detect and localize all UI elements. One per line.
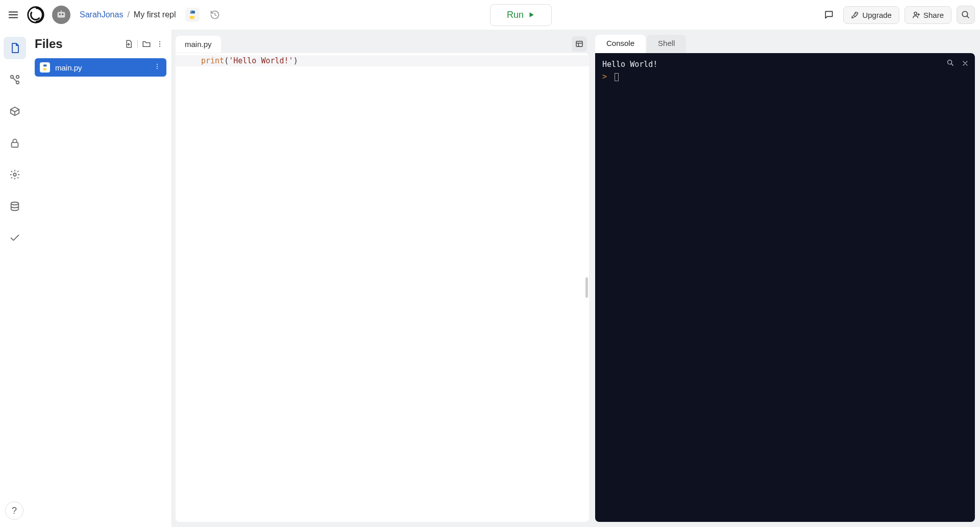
svg-point-17 <box>159 43 160 44</box>
user-plus-icon <box>912 11 920 19</box>
scroll-handle[interactable] <box>585 277 588 298</box>
svg-point-14 <box>13 173 16 176</box>
sidebar-files-icon[interactable] <box>4 37 26 59</box>
header-right: Upgrade Share <box>820 6 975 24</box>
svg-point-15 <box>11 202 19 205</box>
sidebar-check-icon[interactable] <box>4 227 26 249</box>
run-button[interactable]: Run <box>490 4 552 26</box>
console-pane: Console Shell Hello World! > <box>592 30 980 527</box>
help-button[interactable]: ? <box>5 501 23 520</box>
editor-tab-main-py[interactable]: main.py <box>176 36 221 53</box>
divider <box>137 40 138 48</box>
console-tab-bar: Console Shell <box>595 35 975 53</box>
help-label: ? <box>12 506 17 516</box>
share-button[interactable]: Share <box>904 6 951 24</box>
file-item-more-icon[interactable] <box>153 62 161 73</box>
svg-point-7 <box>855 13 856 14</box>
svg-point-5 <box>190 11 191 12</box>
svg-point-21 <box>157 68 158 69</box>
files-panel: Files main.py <box>30 30 173 527</box>
console-actions <box>946 58 969 70</box>
header-center: Run <box>226 4 816 26</box>
breadcrumb-user[interactable]: SarahJonas <box>80 10 123 19</box>
console-clear-icon[interactable] <box>962 58 969 70</box>
tool-sidebar: ? <box>0 30 30 527</box>
new-file-icon[interactable] <box>122 37 135 51</box>
share-label: Share <box>923 11 944 19</box>
svg-point-3 <box>62 13 64 15</box>
svg-point-2 <box>59 13 61 15</box>
svg-point-19 <box>157 64 158 65</box>
console-cursor <box>615 73 619 81</box>
svg-point-18 <box>159 45 160 46</box>
svg-rect-13 <box>12 142 18 147</box>
breadcrumb-separator: / <box>127 10 129 19</box>
workspace: ? Files main.py <box>0 30 980 527</box>
breadcrumb-repl-name[interactable]: My first repl <box>134 10 176 19</box>
svg-point-23 <box>948 60 952 64</box>
python-language-icon[interactable] <box>185 8 200 22</box>
file-item-main-py[interactable]: main.py <box>35 58 166 77</box>
replit-logo-icon[interactable] <box>26 5 46 25</box>
python-file-icon <box>40 62 50 73</box>
code-editor[interactable]: 1 print('Hello World!') <box>176 53 589 522</box>
run-button-label: Run <box>507 10 524 20</box>
console-prompt-line: > <box>602 70 968 83</box>
history-icon[interactable] <box>208 8 222 22</box>
svg-rect-4 <box>61 11 62 13</box>
search-button[interactable] <box>957 6 975 24</box>
svg-rect-22 <box>576 41 582 47</box>
sidebar-secrets-icon[interactable] <box>4 132 26 154</box>
sidebar-packages-icon[interactable] <box>4 100 26 123</box>
user-avatar[interactable] <box>52 6 70 24</box>
sidebar-vcs-icon[interactable] <box>4 68 26 91</box>
svg-point-20 <box>157 66 158 67</box>
editor-tab-label: main.py <box>185 40 212 49</box>
tab-shell-label: Shell <box>658 39 675 47</box>
upgrade-label: Upgrade <box>862 11 892 19</box>
files-panel-header: Files <box>35 37 166 51</box>
top-header: SarahJonas / My first repl Run Upgrade S… <box>0 0 980 30</box>
search-icon <box>961 10 970 19</box>
console-terminal[interactable]: Hello World! > <box>595 53 975 522</box>
files-panel-title: Files <box>35 37 122 51</box>
editor-pane: main.py 1 print('Hello World!') <box>173 30 592 527</box>
console-prompt-symbol: > <box>602 72 607 81</box>
hamburger-menu-icon[interactable] <box>5 7 21 23</box>
breadcrumb: SarahJonas / My first repl <box>80 10 176 19</box>
tab-shell[interactable]: Shell <box>647 35 686 53</box>
sidebar-settings-icon[interactable] <box>4 163 26 186</box>
rocket-icon <box>851 11 859 19</box>
files-more-icon[interactable] <box>153 37 166 51</box>
code-area[interactable]: print('Hello World!') <box>201 53 589 522</box>
svg-point-6 <box>193 17 194 18</box>
new-folder-icon[interactable] <box>140 37 153 51</box>
svg-point-16 <box>159 41 160 42</box>
console-search-icon[interactable] <box>946 58 954 70</box>
console-output-line: Hello World! <box>602 58 968 70</box>
svg-rect-1 <box>58 12 65 18</box>
code-line-1[interactable]: print('Hello World!') <box>176 55 589 66</box>
tab-console-label: Console <box>606 39 634 47</box>
editor-layout-icon[interactable] <box>572 36 587 52</box>
editor-tab-bar: main.py <box>176 35 589 53</box>
chat-icon[interactable] <box>820 6 838 24</box>
svg-point-12 <box>16 76 19 79</box>
svg-point-8 <box>914 12 917 15</box>
line-number-gutter: 1 <box>176 53 201 522</box>
sidebar-database-icon[interactable] <box>4 195 26 218</box>
play-icon <box>528 11 535 18</box>
upgrade-button[interactable]: Upgrade <box>843 6 899 24</box>
tab-console[interactable]: Console <box>595 35 646 53</box>
file-name-label: main.py <box>55 63 148 72</box>
